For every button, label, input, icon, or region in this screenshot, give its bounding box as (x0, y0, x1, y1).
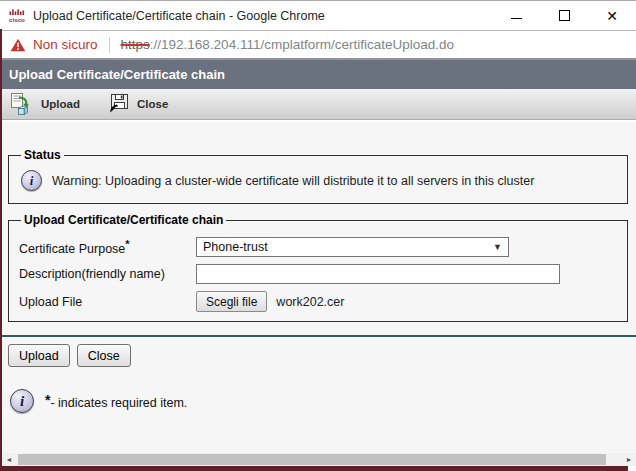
certificate-purpose-select[interactable]: Phone-trust ▼ (196, 237, 509, 257)
action-buttons: Upload Close (8, 344, 636, 367)
scrollbar-track[interactable] (16, 453, 622, 466)
close-form-button[interactable]: Close (77, 344, 131, 367)
chevron-down-icon: ▼ (493, 242, 502, 252)
status-legend: Status (21, 148, 64, 162)
window-controls: ✕ (509, 9, 619, 23)
page-title: Upload Certificate/Certificate chain (9, 67, 225, 82)
info-icon: i (10, 389, 34, 413)
url-text[interactable]: ://192.168.204.111/cmplatform/certificat… (150, 37, 454, 52)
status-section: Status i Warning: Uploading a cluster-wi… (8, 148, 628, 204)
selected-file-name: work202.cer (276, 295, 344, 309)
window-edge-left (0, 29, 2, 471)
upload-certificate-legend: Upload Certificate/Certificate chain (21, 213, 226, 227)
page-content: Status i Warning: Uploading a cluster-wi… (0, 122, 636, 453)
minimize-icon (511, 18, 522, 19)
upload-button[interactable]: Upload (8, 344, 70, 367)
window-edge-bottom (0, 466, 628, 471)
maximize-button[interactable] (557, 9, 571, 23)
toolbar-close-button[interactable]: Close (106, 93, 168, 116)
choose-file-button[interactable]: Scegli file (196, 291, 267, 312)
required-item-text: *- indicates required item. (45, 392, 187, 410)
upload-file-label: Upload File (19, 295, 196, 309)
scrollbar-thumb[interactable] (18, 454, 606, 465)
toolbar-close-label: Close (137, 98, 168, 110)
info-icon: i (21, 170, 42, 191)
upload-certificate-section: Upload Certificate/Certificate chain Cer… (8, 213, 628, 322)
cisco-favicon-icon: cisco (9, 7, 26, 24)
security-status-label[interactable]: Non sicuro (33, 37, 98, 52)
page-title-bar: Upload Certificate/Certificate chain (0, 60, 636, 89)
address-bar[interactable]: Non sicuro https://192.168.204.111/cmpla… (0, 31, 636, 60)
scroll-right-arrow-icon[interactable]: ► (622, 453, 636, 466)
close-button[interactable]: ✕ (605, 9, 619, 23)
svg-text:cisco: cisco (9, 16, 25, 23)
horizontal-scrollbar[interactable]: ◄ ► (2, 453, 636, 466)
warning-triangle-icon (10, 38, 26, 52)
close-disk-icon (106, 93, 130, 116)
minimize-button[interactable] (509, 9, 523, 23)
scroll-left-arrow-icon[interactable]: ◄ (2, 453, 16, 466)
description-label: Description(friendly name) (19, 267, 196, 281)
close-icon: ✕ (606, 9, 618, 23)
toolbar: Upload Close (0, 89, 636, 120)
toolbar-upload-label: Upload (41, 98, 80, 110)
url-scheme-struck: https (121, 37, 150, 52)
window-titlebar: cisco Upload Certificate/Certificate cha… (0, 1, 636, 31)
teal-divider (0, 335, 636, 337)
chrome-popup-window: cisco Upload Certificate/Certificate cha… (0, 0, 636, 471)
maximize-icon (559, 10, 570, 21)
address-separator (109, 37, 110, 53)
window-title: Upload Certificate/Certificate chain - G… (33, 9, 509, 23)
status-warning-text: Warning: Uploading a cluster-wide certif… (52, 174, 534, 188)
toolbar-upload-button[interactable]: Upload (10, 93, 80, 116)
required-marker: * (125, 238, 129, 250)
description-input[interactable] (196, 264, 560, 284)
certificate-purpose-value: Phone-trust (203, 240, 493, 254)
certificate-purpose-label: Certificate Purpose* (19, 238, 196, 256)
upload-document-icon (10, 93, 34, 116)
required-item-note: i *- indicates required item. (10, 389, 636, 413)
